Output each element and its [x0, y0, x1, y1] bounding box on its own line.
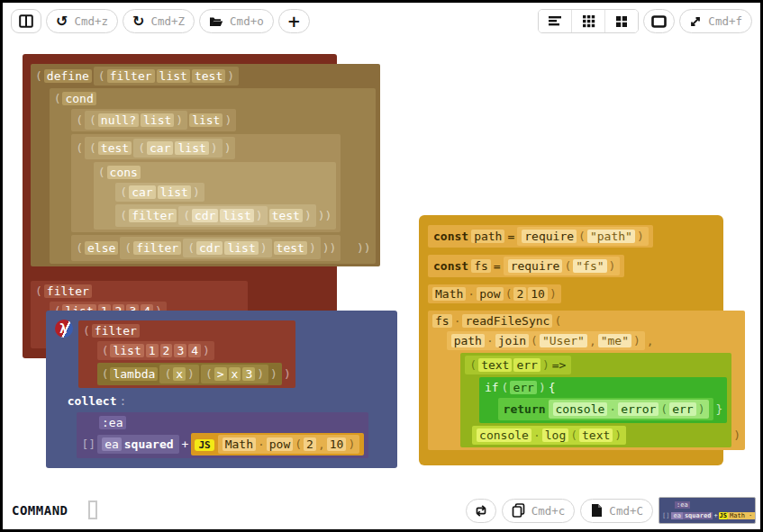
code-token[interactable]: 2	[160, 344, 173, 357]
open-file-button[interactable]: Cmd+o	[199, 9, 274, 33]
code-token[interactable]: "User"	[540, 334, 587, 347]
workspace-code-block[interactable]: λ(filter(list1234)(lambda(x)(>x3)))colle…	[46, 311, 397, 468]
code-box[interactable]: (carlist)	[115, 183, 204, 202]
code-token[interactable]: 2	[513, 287, 526, 301]
code-token[interactable]: list	[175, 141, 208, 155]
code-box[interactable]: ((test(carlist))(cons(carlist)(filter(cd…	[71, 134, 341, 232]
code-box[interactable]: path·join("User","me")	[447, 331, 645, 350]
code-token[interactable]: lambda	[110, 367, 158, 381]
code-token[interactable]: ea	[102, 437, 122, 451]
code-word[interactable]: collect	[66, 394, 119, 408]
code-token[interactable]: list	[189, 113, 223, 127]
code-box[interactable]: require("fs")	[504, 257, 621, 275]
code-token[interactable]: test	[269, 209, 303, 222]
code-box[interactable]: (else(filter(cdrlist)test)))	[71, 235, 341, 261]
code-token[interactable]: Math	[223, 437, 256, 451]
javascript-code-block[interactable]: constpath=require("path")constfs=require…	[419, 215, 723, 465]
code-token[interactable]: filter	[92, 324, 140, 338]
code-token[interactable]: 3	[174, 344, 186, 357]
code-box[interactable]: (cdrlist)	[183, 239, 271, 257]
code-word[interactable]: return	[502, 402, 548, 416]
copy-button[interactable]: Cmd+c	[502, 499, 576, 523]
code-box[interactable]: constfs=require("fs")	[428, 255, 624, 277]
code-token[interactable]: pow	[267, 437, 293, 451]
undo-button[interactable]: ↺ Cmd+z	[46, 9, 118, 33]
code-token[interactable]: "fs"	[573, 259, 606, 273]
code-box[interactable]: ((null?list)list)	[71, 109, 236, 131]
frame-view-button[interactable]	[643, 9, 675, 33]
code-token[interactable]: 2	[304, 437, 316, 451]
code-token[interactable]: cdr	[196, 241, 223, 255]
code-box[interactable]: (cond((null?list)list)((test(carlist))(c…	[50, 88, 376, 264]
redo-button[interactable]: ↻ Cmd+Z	[123, 9, 195, 33]
grid-small-layout-button[interactable]	[572, 10, 605, 32]
code-word[interactable]: if	[483, 381, 501, 394]
code-box[interactable]: (filter(list1234)(lambda(x)(>x3)))	[78, 320, 295, 388]
code-token[interactable]: 1	[146, 344, 159, 357]
code-token[interactable]: list	[157, 69, 190, 83]
code-token[interactable]: console	[477, 428, 531, 442]
code-token[interactable]: :ea	[99, 416, 125, 429]
code-token[interactable]: list	[220, 209, 253, 222]
code-token[interactable]: test	[98, 141, 132, 155]
code-token[interactable]: text	[579, 428, 613, 442]
code-token[interactable]: pow	[477, 287, 503, 301]
code-box[interactable]: if(err){returnconsole·error(err)}	[479, 377, 727, 423]
code-token[interactable]: filter	[133, 241, 181, 255]
code-token[interactable]: filter	[129, 209, 177, 222]
code-box[interactable]: (filter(cdrlist)test)	[115, 204, 315, 227]
code-box[interactable]: (filterlisttest)	[94, 67, 239, 86]
code-token[interactable]: error	[618, 402, 659, 416]
code-box[interactable]: console·log(text)	[472, 426, 626, 445]
code-box[interactable]: Math·pow(210)	[428, 284, 561, 303]
code-token[interactable]: null?	[98, 113, 139, 127]
code-token[interactable]: filter	[107, 69, 155, 83]
code-box[interactable]: (lambda(x)(>x3))	[97, 363, 282, 385]
code-token[interactable]: test	[274, 241, 307, 255]
code-token[interactable]: car	[129, 185, 155, 199]
code-token[interactable]: err	[669, 402, 695, 416]
drag-preview-minimap[interactable]: :ea []easquared+JSMath · pow	[659, 497, 756, 524]
code-token[interactable]: 4	[188, 344, 201, 357]
code-word[interactable]: const	[431, 259, 470, 273]
code-word[interactable]: =	[505, 230, 516, 243]
code-token[interactable]: readFileSync	[462, 314, 552, 328]
add-block-button[interactable]: +	[278, 9, 310, 33]
code-box[interactable]: easquared	[97, 435, 178, 454]
code-token[interactable]: fs	[471, 259, 491, 273]
list-layout-button[interactable]	[539, 10, 572, 32]
code-box[interactable]: (define(filterlisttest)(cond((null?list)…	[31, 64, 380, 266]
code-token[interactable]: "me"	[598, 334, 631, 347]
code-token[interactable]: "path"	[587, 230, 635, 243]
code-token[interactable]: cons	[107, 166, 141, 179]
code-word[interactable]: +	[180, 437, 191, 451]
code-word[interactable]: =>	[550, 358, 568, 372]
code-box[interactable]: (carlist)	[133, 139, 222, 158]
code-box[interactable]: (list1234)	[97, 341, 214, 360]
code-box[interactable]: returnconsole·error(err)	[498, 398, 714, 420]
code-box[interactable]: (texterr)=>if(err){returnconsole·error(e…	[460, 353, 731, 447]
code-token[interactable]: cond	[62, 92, 95, 105]
code-token[interactable]: x	[173, 367, 186, 381]
code-token[interactable]: cdr	[192, 209, 218, 222]
code-token[interactable]: require	[508, 259, 563, 273]
code-box[interactable]: constpath=require("path")	[428, 225, 653, 248]
code-box[interactable]: Math·pow(2,10)	[218, 435, 360, 454]
code-token[interactable]: list	[110, 344, 143, 357]
code-token[interactable]: log	[542, 428, 568, 442]
code-box[interactable]: (test(carlist))	[85, 137, 235, 159]
code-word[interactable]: =	[492, 259, 503, 273]
code-token[interactable]: path	[451, 334, 485, 347]
grid-large-layout-button[interactable]	[605, 10, 638, 32]
fullscreen-button[interactable]: Cmd+f	[679, 9, 752, 33]
code-token[interactable]: 10	[528, 287, 548, 301]
code-token[interactable]: fs	[432, 314, 452, 328]
code-box[interactable]: (>x3)	[201, 365, 268, 383]
code-token[interactable]: console	[553, 402, 608, 416]
code-box[interactable]: (null?list)	[85, 111, 187, 130]
code-token[interactable]: require	[522, 230, 577, 243]
code-token[interactable]: >	[214, 367, 227, 381]
code-box[interactable]: :ea[]easquared+JSMath·pow(2,10)	[77, 412, 368, 458]
code-word[interactable]: squared	[123, 437, 176, 451]
code-box[interactable]: JSMath·pow(2,10)	[191, 433, 364, 455]
